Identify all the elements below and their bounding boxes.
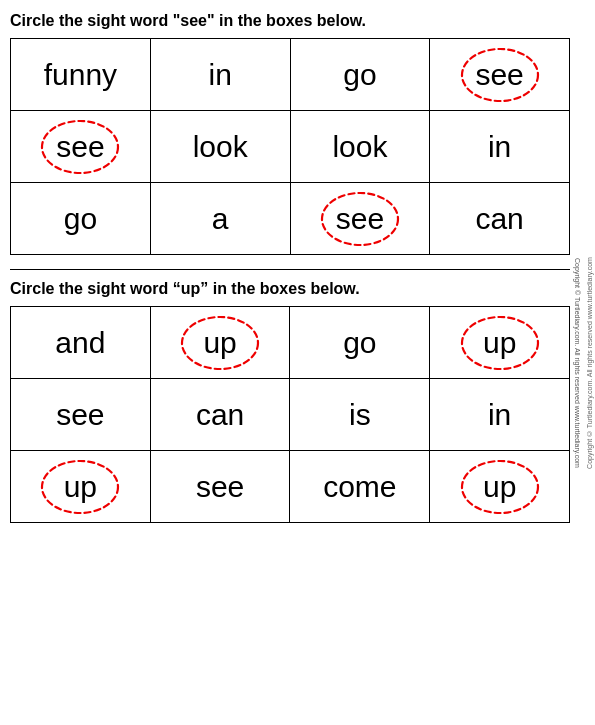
table-cell: in bbox=[150, 39, 290, 111]
table-cell: funny bbox=[11, 39, 151, 111]
word-text: go bbox=[64, 202, 97, 235]
table-cell: and bbox=[11, 307, 151, 379]
word-text: in bbox=[488, 398, 511, 431]
word-text: in bbox=[208, 58, 231, 91]
word-text: see bbox=[475, 58, 523, 91]
word-text: look bbox=[332, 130, 387, 163]
table-cell: go bbox=[11, 183, 151, 255]
word-text: see bbox=[196, 470, 244, 503]
section1-grid: funnyingosee see looklookingoasee can bbox=[10, 38, 570, 255]
table-cell: go bbox=[290, 39, 430, 111]
word-text: a bbox=[212, 202, 229, 235]
table-cell: up bbox=[430, 451, 570, 523]
table-cell: up bbox=[150, 307, 290, 379]
copyright-text: Copyright © Turtlediary.com. All rights … bbox=[586, 257, 593, 469]
table-cell: in bbox=[430, 111, 570, 183]
copyright: Copyright © Turtlediary.com. All rights … bbox=[575, 258, 582, 468]
section-divider bbox=[10, 269, 570, 270]
section2-instruction: Circle the sight word “up” in the boxes … bbox=[10, 280, 585, 298]
table-cell: is bbox=[290, 379, 430, 451]
section1-instruction: Circle the sight word "see" in the boxes… bbox=[10, 12, 585, 30]
section2: Circle the sight word “up” in the boxes … bbox=[10, 280, 585, 523]
page: Circle the sight word "see" in the boxes… bbox=[0, 0, 595, 725]
section1: Circle the sight word "see" in the boxes… bbox=[10, 12, 585, 255]
word-text: can bbox=[196, 398, 244, 431]
table-cell: up bbox=[430, 307, 570, 379]
word-text: up bbox=[483, 470, 516, 503]
word-text: is bbox=[349, 398, 371, 431]
word-text: come bbox=[323, 470, 396, 503]
table-cell: see bbox=[11, 111, 151, 183]
word-text: up bbox=[483, 326, 516, 359]
table-cell: look bbox=[290, 111, 430, 183]
section2-grid: andup goup seecanisinup seecomeup bbox=[10, 306, 570, 523]
word-text: and bbox=[55, 326, 105, 359]
table-cell: see bbox=[290, 183, 430, 255]
table-cell: see bbox=[430, 39, 570, 111]
table-cell: go bbox=[290, 307, 430, 379]
table-cell: can bbox=[150, 379, 290, 451]
word-text: see bbox=[56, 130, 104, 163]
table-cell: see bbox=[11, 379, 151, 451]
word-text: go bbox=[343, 58, 376, 91]
word-text: see bbox=[336, 202, 384, 235]
table-cell: can bbox=[430, 183, 570, 255]
table-cell: up bbox=[11, 451, 151, 523]
table-cell: a bbox=[150, 183, 290, 255]
table-cell: in bbox=[430, 379, 570, 451]
word-text: in bbox=[488, 130, 511, 163]
table-cell: come bbox=[290, 451, 430, 523]
word-text: go bbox=[343, 326, 376, 359]
word-text: see bbox=[56, 398, 104, 431]
table-cell: see bbox=[150, 451, 290, 523]
word-text: funny bbox=[44, 58, 117, 91]
word-text: up bbox=[64, 470, 97, 503]
word-text: can bbox=[475, 202, 523, 235]
word-text: look bbox=[193, 130, 248, 163]
word-text: up bbox=[203, 326, 236, 359]
table-cell: look bbox=[150, 111, 290, 183]
